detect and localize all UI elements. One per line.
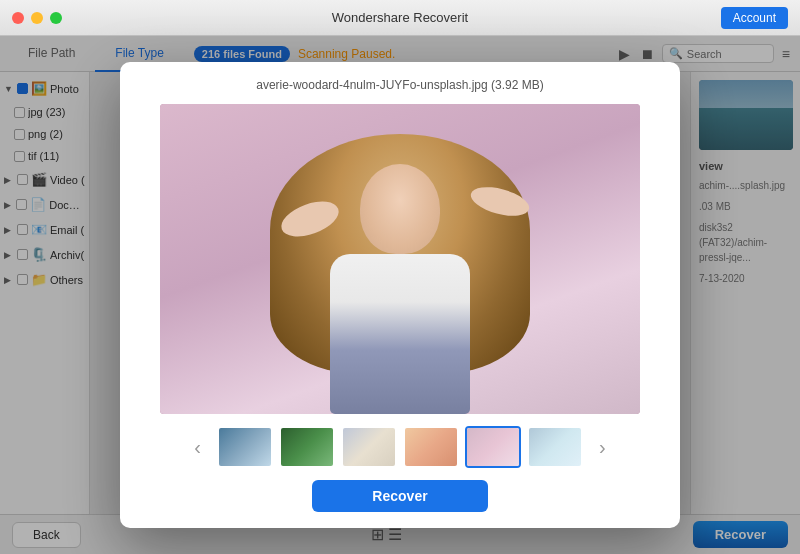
close-button[interactable] <box>12 12 24 24</box>
next-arrow[interactable]: › <box>591 432 614 463</box>
thumbnail-6[interactable] <box>527 426 583 468</box>
modal-recover-button[interactable]: Recover <box>312 480 487 512</box>
thumbnail-4[interactable] <box>403 426 459 468</box>
thumbnail-2[interactable] <box>279 426 335 468</box>
modal-filename: averie-woodard-4nulm-JUYFo-unsplash.jpg … <box>256 78 543 92</box>
modal-preview-image <box>160 104 640 414</box>
account-button[interactable]: Account <box>721 7 788 29</box>
thumbnail-3[interactable] <box>341 426 397 468</box>
app-title: Wondershare Recoverit <box>332 10 468 25</box>
title-bar: Wondershare Recoverit Account <box>0 0 800 36</box>
thumbnails-strip <box>217 426 583 468</box>
modal-thumbnails: ‹ › <box>136 426 664 468</box>
minimize-button[interactable] <box>31 12 43 24</box>
window-controls[interactable] <box>12 12 62 24</box>
photo-simulation <box>160 104 640 414</box>
thumbnail-1[interactable] <box>217 426 273 468</box>
maximize-button[interactable] <box>50 12 62 24</box>
prev-arrow[interactable]: ‹ <box>186 432 209 463</box>
thumbnail-5[interactable] <box>465 426 521 468</box>
modal-overlay: averie-woodard-4nulm-JUYFo-unsplash.jpg … <box>0 36 800 554</box>
preview-modal: averie-woodard-4nulm-JUYFo-unsplash.jpg … <box>120 62 680 528</box>
